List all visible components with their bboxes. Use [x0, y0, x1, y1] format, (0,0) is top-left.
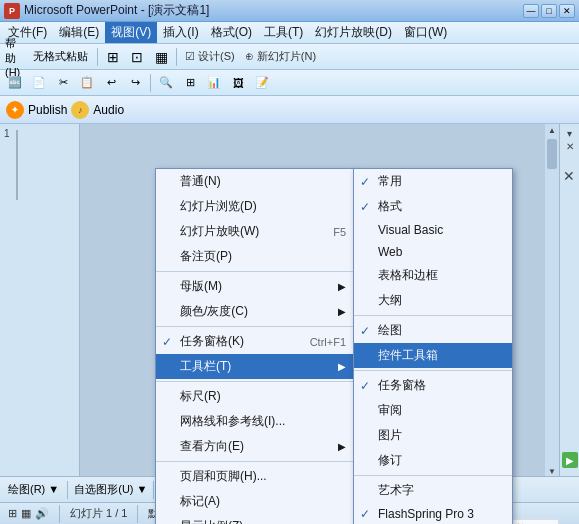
toolbar-icon2[interactable]: ⊡ [126, 46, 148, 68]
format-toolbar: 🔤 📄 ✂ 📋 ↩ ↪ 🔍 ⊞ 📊 🖼 📝 [0, 70, 579, 96]
publish-label[interactable]: Publish [28, 103, 67, 117]
title-bar-text: Microsoft PowerPoint - [演示文稿1] [24, 2, 523, 19]
tb-icon-d[interactable]: 📋 [76, 72, 98, 94]
tb-icon-a[interactable]: 🔤 [4, 72, 26, 94]
task-pane-close[interactable]: ▾ [567, 128, 572, 139]
draw-sep2 [153, 481, 154, 499]
help-button[interactable]: 帮助(H) [4, 46, 26, 68]
nav-next-arrow[interactable]: ▶ [562, 452, 578, 468]
slide-view-area: 单击此处添加备注 ▲ ▼ [80, 124, 559, 476]
status-sep1 [59, 505, 60, 523]
menu-edit[interactable]: 编辑(E) [53, 22, 105, 43]
draw-font-color[interactable]: A [398, 479, 420, 501]
audio-icon: ♪ [71, 101, 89, 119]
slide-panel: 1 [0, 124, 80, 476]
slide-thumb-row: 1 [0, 124, 79, 206]
main-content: 1 单击此处添加备注 ▲ ▼ ▾ ✕ ▶ 普通(N) 幻灯片浏览(D) 幻灯片放… [0, 124, 579, 476]
menu-format[interactable]: 格式(O) [205, 22, 258, 43]
slide-number: 1 [2, 126, 12, 141]
status-sep2 [137, 505, 138, 523]
paste-btn[interactable]: 无格式粘贴 [28, 46, 93, 68]
close-button[interactable]: ✕ [559, 4, 575, 18]
app-icon: P [4, 3, 20, 19]
slide-info: 幻灯片 1 / 1 [70, 506, 127, 521]
toolbar2-sep1 [150, 74, 151, 92]
status-icon3: 🔊 [35, 507, 49, 520]
publish-audio-bar: ✦ Publish ♪ Audio [0, 96, 579, 124]
publish-section: ✦ Publish [6, 101, 67, 119]
task-pane-handle: ▾ ✕ ▶ [559, 124, 579, 476]
scroll-down[interactable]: ▼ [548, 467, 556, 476]
toolbar-icon3[interactable]: ▦ [150, 46, 172, 68]
status-bar: ⊞ ▦ 🔊 幻灯片 1 / 1 默认设计模板 [0, 502, 579, 524]
audio-label[interactable]: Audio [93, 103, 124, 117]
menu-window[interactable]: 窗口(W) [398, 22, 453, 43]
task-pane-pin[interactable]: ✕ [566, 141, 574, 152]
status-icons: ⊞ ▦ 🔊 [8, 507, 49, 520]
tb-icon-b[interactable]: 📄 [28, 72, 50, 94]
menu-view[interactable]: 视图(V) [105, 22, 157, 43]
scroll-thumb[interactable] [547, 139, 557, 169]
slide-thumbnail[interactable] [16, 130, 18, 200]
main-toolbar: 帮助(H) 无格式粘贴 ⊞ ⊡ ▦ ☑ 设计(S) ⊕ 新幻灯片(N) [0, 44, 579, 70]
publish-icon: ✦ [6, 101, 24, 119]
theme-info: 默认设计模板 [148, 506, 214, 521]
menu-insert[interactable]: 插入(I) [157, 22, 204, 43]
auto-shapes-label[interactable]: 自选图形(U) ▼ [72, 482, 149, 497]
tb-icon-i[interactable]: 📊 [203, 72, 225, 94]
audio-section: ♪ Audio [71, 101, 124, 119]
draw-arrow[interactable]: ↗ [182, 479, 204, 501]
toolbar-icon1[interactable]: ⊞ [102, 46, 124, 68]
draw-textbox[interactable]: A [254, 479, 276, 501]
draw-oval[interactable]: ○ [230, 479, 252, 501]
new-slide-label[interactable]: ⊕ 新幻灯片(N) [241, 49, 320, 64]
draw-rect[interactable]: □ [206, 479, 228, 501]
toolbar-sep2 [176, 48, 177, 66]
draw-sep1 [67, 481, 68, 499]
title-bar-buttons: — □ ✕ [523, 4, 575, 18]
menu-bar: 文件(F) 编辑(E) 视图(V) 插入(I) 格式(O) 工具(T) 幻灯片放… [0, 22, 579, 44]
maximize-button[interactable]: □ [541, 4, 557, 18]
toolbar-sep1 [97, 48, 98, 66]
status-icon1: ⊞ [8, 507, 17, 520]
design-label[interactable]: ☑ 设计(S) [181, 49, 239, 64]
scroll-v[interactable]: ▲ ▼ [545, 124, 559, 476]
draw-wordart[interactable]: A̲ [278, 479, 300, 501]
tb-icon-j[interactable]: 🖼 [227, 72, 249, 94]
tb-icon-h[interactable]: ⊞ [179, 72, 201, 94]
tb-icon-f[interactable]: ↪ [124, 72, 146, 94]
menu-slideshow[interactable]: 幻灯片放映(D) [309, 22, 398, 43]
tb-icon-k[interactable]: 📝 [251, 72, 273, 94]
notes-placeholder: 单击此处添加备注 [185, 366, 455, 387]
draw-image[interactable]: 🌄 [350, 479, 372, 501]
slide-canvas[interactable]: 单击此处添加备注 [180, 200, 460, 400]
draw-clipart[interactable]: 🖼 [326, 479, 348, 501]
tb-icon-c[interactable]: ✂ [52, 72, 74, 94]
title-bar: P Microsoft PowerPoint - [演示文稿1] — □ ✕ [0, 0, 579, 22]
drawing-toolbar: 绘图(R) ▼ 自选图形(U) ▼ \ ↗ □ ○ A A̲ ⊕ 🖼 🌄 ▲ A [0, 476, 579, 502]
tb-icon-g[interactable]: 🔍 [155, 72, 177, 94]
draw-diagram[interactable]: ⊕ [302, 479, 324, 501]
draw-line[interactable]: \ [158, 479, 180, 501]
minimize-button[interactable]: — [523, 4, 539, 18]
tb-icon-e[interactable]: ↩ [100, 72, 122, 94]
scroll-up[interactable]: ▲ [548, 126, 556, 135]
menu-tools[interactable]: 工具(T) [258, 22, 309, 43]
draw-label: 绘图(R) ▼ [4, 482, 63, 497]
draw-fill-color[interactable]: ▲ [374, 479, 396, 501]
status-icon2: ▦ [21, 507, 31, 520]
